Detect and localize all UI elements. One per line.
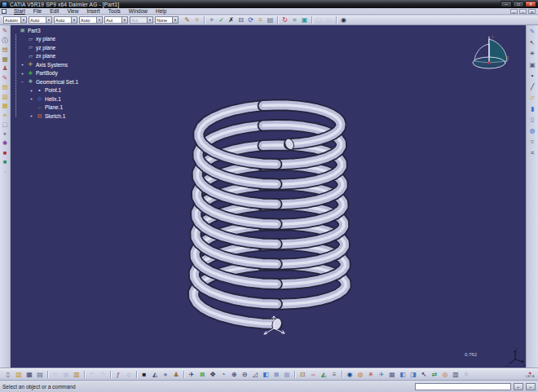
chevron-down-icon[interactable]: ▾ <box>147 17 152 23</box>
chevron-down-icon[interactable]: ▾ <box>121 17 127 23</box>
tree-xy-plane[interactable]: ▱ xy plane <box>21 35 78 44</box>
wand-icon[interactable]: ✦ <box>207 15 216 24</box>
pad-icon[interactable]: ▮ <box>528 105 537 113</box>
mannequin-icon[interactable]: ♟ <box>1 64 10 73</box>
filter-combo-5[interactable]: Aut ▾ <box>104 16 128 24</box>
sketch-tools-icon[interactable]: ✎ <box>1 27 10 35</box>
info-icon[interactable]: ⓘ <box>1 37 10 45</box>
tree-expander[interactable]: + <box>21 62 27 67</box>
zoom-out-icon[interactable]: ⊖ <box>240 370 249 379</box>
depth-effect-icon[interactable]: ◧ <box>398 370 408 379</box>
refresh-icon[interactable]: ↻ <box>280 15 289 24</box>
pan-icon[interactable]: ✥ <box>208 370 218 379</box>
fly-mode-icon[interactable]: ✈ <box>187 370 196 379</box>
clipping-icon[interactable]: ◨ <box>408 370 418 379</box>
title-bar[interactable]: CATIA V5R19 SP9 x64 Daimler AG - [Part1]… <box>0 0 538 8</box>
chevron-down-icon[interactable]: ▾ <box>172 17 178 23</box>
pointer-icon[interactable]: ↖ <box>528 39 537 47</box>
layers-icon[interactable]: ≡ <box>256 15 265 24</box>
print-icon[interactable]: ▤ <box>35 370 45 379</box>
tools-icon[interactable]: ✦ <box>1 130 10 139</box>
filter-combo-4[interactable]: Auto ▾ <box>79 16 103 24</box>
spec-tree-icon[interactable]: ⊟ <box>236 15 245 24</box>
stack-icon[interactable]: ≡ <box>1 112 10 120</box>
measure-between-icon[interactable]: ⇔ <box>308 370 318 379</box>
rotate-icon[interactable]: ◔ <box>218 370 228 379</box>
cancel-x-icon[interactable]: ✗ <box>227 15 236 24</box>
annotate-icon[interactable]: ✎ <box>1 74 10 82</box>
tree-sketch1[interactable]: + ▨ Sketch.1 <box>30 112 78 121</box>
filter-combo-2[interactable]: Auto ▾ <box>29 16 52 24</box>
redo-icon[interactable]: ↷ <box>98 370 108 379</box>
box-light-icon[interactable]: ▢ <box>315 15 324 24</box>
menu-start[interactable]: Start <box>10 8 29 14</box>
filter-combo-1[interactable]: Autom ▾ <box>3 16 27 24</box>
speech-preview-icon[interactable]: ◌ <box>124 370 134 379</box>
sphere-feature-icon[interactable]: ◍ <box>528 127 537 135</box>
compass[interactable]: z y <box>473 34 509 68</box>
draft-airplane-icon[interactable]: ✈ <box>377 370 386 379</box>
filter-combo-7[interactable]: None ▾ <box>155 16 179 24</box>
menu-help[interactable]: Help <box>152 8 170 14</box>
formula-icon[interactable]: ƒ <box>113 370 123 379</box>
lock-icon[interactable]: ⊡ <box>298 370 307 379</box>
globe-icon[interactable]: ◉ <box>345 370 355 379</box>
material-swatch-icon[interactable]: ■ <box>139 370 149 379</box>
sketcher-icon[interactable]: ✎ <box>528 28 537 36</box>
tree-yz-plane[interactable]: ▱ yz plane <box>21 43 78 52</box>
spline-icon[interactable]: ≈ <box>528 149 537 157</box>
folder-tools-icon[interactable]: ▤ <box>1 83 10 91</box>
tree-expander[interactable]: + <box>21 71 27 76</box>
normal-view-icon[interactable]: ◿ <box>250 370 260 379</box>
chip-green-icon[interactable]: ■ <box>1 158 10 166</box>
swap-visible-icon[interactable]: ⇄ <box>430 370 439 379</box>
new-document-icon[interactable]: ▯ <box>3 370 13 379</box>
gallery-icon[interactable]: ▤ <box>1 46 10 54</box>
measure-item-icon[interactable]: ≡ <box>329 370 339 379</box>
mass-properties-icon[interactable]: ◭ <box>319 370 329 379</box>
undo-icon[interactable]: ↶ <box>87 370 97 379</box>
plane-icon[interactable]: ▱ <box>528 94 537 102</box>
box-icon[interactable]: ▢ <box>1 121 10 129</box>
chevron-down-icon[interactable]: ▾ <box>20 17 26 23</box>
close-button[interactable]: ✕ <box>525 1 536 7</box>
command-input[interactable] <box>415 383 511 390</box>
tree-helix1[interactable]: + ◎ Helix.1 <box>30 95 78 104</box>
tree-expander[interactable]: + <box>30 113 36 118</box>
people-share-icon[interactable]: ♟ <box>171 370 181 379</box>
viewport-3d[interactable]: z y z y x ▣ Part3 <box>11 25 526 368</box>
folder-tools2-icon[interactable]: ▥ <box>1 93 10 101</box>
target-pointer-icon[interactable]: ↖ <box>419 370 429 379</box>
axis-star-icon[interactable]: ✳ <box>528 50 537 58</box>
mdi-restore-button[interactable]: ▫ <box>519 9 527 14</box>
line-icon[interactable]: ╱ <box>528 83 537 91</box>
spray-icon[interactable]: ✧ <box>192 15 201 24</box>
fit-all-icon[interactable]: ⊠ <box>197 370 207 379</box>
catalog-box-icon[interactable]: ▣ <box>300 15 309 24</box>
menu-view[interactable]: View <box>63 8 82 14</box>
axis-system-icon[interactable]: ✳ <box>366 370 376 379</box>
helix-spring-model[interactable] <box>194 105 346 331</box>
copy-icon[interactable]: ▣ <box>61 370 71 379</box>
pocket-icon[interactable]: ▯ <box>528 116 537 124</box>
status-button-2[interactable]: ▪ <box>526 383 536 390</box>
maximize-button[interactable]: □ <box>513 1 524 7</box>
shaded-view-icon[interactable]: ◼ <box>271 370 281 379</box>
update-icon[interactable]: ⟳ <box>246 15 255 24</box>
filter-combo-6[interactable]: Aut ▾ <box>130 16 153 24</box>
more-tools-icon[interactable]: ▫ <box>1 168 10 176</box>
link-manager-icon[interactable]: ◭ <box>150 370 160 379</box>
minimize-button[interactable]: – <box>501 1 512 7</box>
page-preview-icon[interactable]: ▤ <box>266 15 275 24</box>
mdi-minimize-button[interactable]: – <box>510 9 518 14</box>
menu-file[interactable]: File <box>29 8 46 14</box>
tree-partbody[interactable]: + ✱ PartBody <box>21 69 78 78</box>
camera-light-icon[interactable]: ▭ <box>324 15 333 24</box>
tree-axis-systems[interactable]: + ✛ Axis Systems <box>21 60 78 69</box>
chevron-down-icon[interactable]: ▾ <box>96 17 102 23</box>
sphere-render-icon[interactable]: ● <box>161 370 170 379</box>
tree-expander[interactable]: + <box>30 96 36 101</box>
menu-edit[interactable]: Edit <box>46 8 63 14</box>
cut-icon[interactable]: ✂ <box>51 370 60 379</box>
zoom-in-icon[interactable]: ⊕ <box>229 370 239 379</box>
